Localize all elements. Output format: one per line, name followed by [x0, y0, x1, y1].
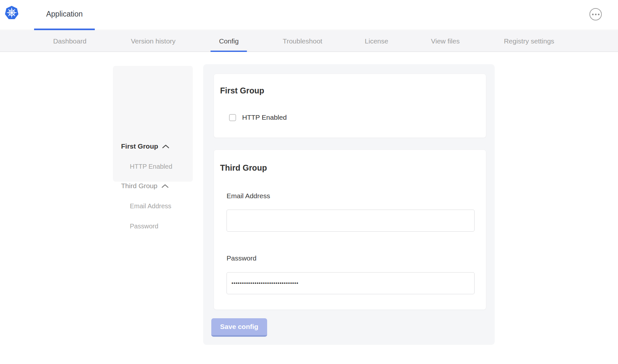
config-sidebar: First Group HTTP Enabled Third Group Ema…: [113, 66, 193, 182]
app-subnav: Dashboard Version history Config Trouble…: [0, 30, 618, 52]
app-tab-label: Application: [46, 10, 83, 18]
sidebar-item-label: Third Group: [121, 182, 157, 190]
tab-troubleshoot[interactable]: Troubleshoot: [283, 30, 322, 52]
sidebar-item-label: HTTP Enabled: [130, 163, 172, 170]
overflow-menu-button[interactable]: [589, 8, 602, 20]
tab-application[interactable]: Application: [34, 0, 95, 30]
group-title: First Group: [220, 86, 264, 95]
http-enabled-checkbox[interactable]: [229, 114, 236, 121]
config-panel: First Group HTTP Enabled Third Group Ema…: [203, 64, 495, 345]
save-config-button[interactable]: Save config: [211, 318, 267, 337]
sidebar-item-label: Email Address: [130, 202, 171, 210]
sidebar-item-third-group[interactable]: Third Group: [121, 182, 169, 190]
tab-config-label: Config: [219, 37, 239, 45]
password-label: Password: [227, 254, 256, 262]
sidebar-item-http-enabled[interactable]: HTTP Enabled: [130, 163, 172, 170]
config-group-card-third: Third Group Email Address Password: [214, 150, 486, 310]
sidebar-item-label: First Group: [121, 142, 158, 150]
email-address-input[interactable]: [227, 210, 475, 232]
app-root: Application Dashboard Version history Co…: [0, 0, 618, 364]
sidebar-item-email-address[interactable]: Email Address: [130, 202, 171, 210]
tab-dashboard[interactable]: Dashboard: [53, 30, 87, 52]
sidebar-item-first-group[interactable]: First Group: [121, 142, 169, 150]
sidebar-item-password[interactable]: Password: [130, 223, 158, 230]
config-group-card-first: First Group HTTP Enabled: [214, 74, 486, 138]
checkbox-label: HTTP Enabled: [242, 114, 287, 121]
tab-view-files[interactable]: View files: [431, 30, 460, 52]
active-subtab-underline: [211, 51, 247, 52]
chevron-up-icon: [161, 184, 169, 188]
password-input[interactable]: [227, 272, 475, 294]
ellipsis-icon: [592, 14, 599, 15]
tab-license[interactable]: License: [365, 30, 388, 52]
kubernetes-logo-icon: [5, 5, 19, 20]
group-title: Third Group: [220, 163, 267, 173]
top-bar: Application: [0, 0, 618, 30]
active-tab-underline: [34, 29, 95, 30]
sidebar-item-label: Password: [130, 223, 158, 230]
email-address-label: Email Address: [227, 192, 270, 200]
tab-registry-settings[interactable]: Registry settings: [504, 30, 554, 52]
http-enabled-field: HTTP Enabled: [229, 114, 287, 121]
chevron-up-icon: [162, 144, 169, 149]
tab-config[interactable]: Config: [219, 30, 239, 52]
tab-version-history[interactable]: Version history: [131, 30, 176, 52]
